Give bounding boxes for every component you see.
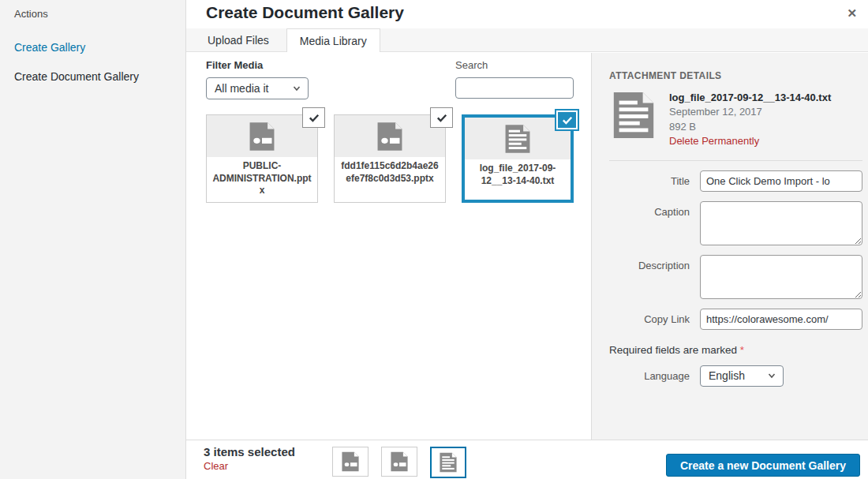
media-item-filename: log_file_2017-09-12__13-14-40.txt <box>465 159 571 192</box>
selected-check-icon[interactable] <box>302 107 325 128</box>
title-field[interactable] <box>700 170 862 192</box>
actions-sidebar: Actions Create Gallery Create Document G… <box>0 0 186 479</box>
presentation-file-icon <box>247 122 277 152</box>
attachment-meta: log_file_2017-09-12__13-14-40.txt Septem… <box>669 91 831 149</box>
text-file-icon <box>609 91 658 140</box>
caption-field[interactable] <box>700 201 862 245</box>
required-asterisk: * <box>740 344 744 356</box>
sidebar-item-create-gallery[interactable]: Create Gallery <box>14 40 144 54</box>
selected-check-icon[interactable] <box>556 110 578 129</box>
selection-count: 3 items selected <box>204 445 295 458</box>
title-label: Title <box>609 170 700 187</box>
caption-row: Caption <box>609 201 862 245</box>
required-fields-note: Required fields are marked * <box>609 344 862 356</box>
text-file-icon <box>438 452 458 473</box>
text-file-icon <box>503 124 533 154</box>
presentation-file-icon <box>340 451 361 472</box>
selected-mini-pptx-2[interactable] <box>381 447 417 477</box>
media-thumb <box>207 115 317 157</box>
caption-label: Caption <box>609 201 700 218</box>
title-row: Title <box>609 170 862 192</box>
sidebar-item-create-document-gallery[interactable]: Create Document Gallery <box>14 69 144 84</box>
selected-mini-txt[interactable] <box>430 447 466 478</box>
media-thumb <box>335 115 445 157</box>
description-row: Description <box>609 255 862 299</box>
selected-mini-pptx-1[interactable] <box>332 447 369 477</box>
description-field[interactable] <box>700 255 862 299</box>
media-library: Filter Media All media it Search <box>186 53 591 440</box>
selected-items-strip <box>332 447 466 478</box>
modal-content: Create Document Gallery ✕ Upload Files M… <box>186 0 868 479</box>
attachment-info: log_file_2017-09-12__13-14-40.txt Septem… <box>609 91 862 149</box>
sidebar-heading: Actions <box>14 8 171 20</box>
attachment-details-heading: ATTACHMENT DETAILS <box>609 70 862 81</box>
library-toolbar: Filter Media All media it Search <box>206 59 574 99</box>
attachment-details-panel: ATTACHMENT DETAILS <box>591 53 868 440</box>
media-item-pptx-1[interactable]: PUBLIC-ADMINISTRATION.pptx <box>206 114 318 203</box>
tab-bar: Upload Files Media Library <box>186 28 868 52</box>
description-label: Description <box>609 255 700 271</box>
attachment-filesize: 892 B <box>669 120 831 134</box>
media-item-filename: PUBLIC-ADMINISTRATION.pptx <box>207 157 317 202</box>
language-select[interactable]: English <box>700 365 784 387</box>
media-thumb <box>465 118 571 159</box>
selected-check-icon[interactable] <box>430 107 453 128</box>
media-modal: Actions Create Gallery Create Document G… <box>0 0 868 479</box>
chevron-down-icon <box>766 370 777 381</box>
media-item-txt[interactable]: log_file_2017-09-12__13-14-40.txt <box>462 114 574 203</box>
search-label: Search <box>455 59 574 71</box>
clear-selection-link[interactable]: Clear <box>204 460 295 472</box>
attachment-date: September 12, 2017 <box>669 105 831 119</box>
filter-media-label: Filter Media <box>206 59 309 71</box>
tab-upload-files[interactable]: Upload Files <box>206 28 271 51</box>
search-group: Search <box>455 59 574 99</box>
search-input[interactable] <box>455 77 574 99</box>
close-icon[interactable]: ✕ <box>840 3 863 24</box>
modal-header: Create Document Gallery ✕ <box>186 0 868 28</box>
media-filter-select[interactable]: All media it <box>206 77 309 99</box>
selection-info: 3 items selected Clear <box>204 445 295 472</box>
language-row: Language English <box>609 365 862 387</box>
filter-group: Filter Media All media it <box>206 59 309 99</box>
tab-media-library[interactable]: Media Library <box>286 28 380 52</box>
create-document-gallery-button[interactable]: Create a new Document Gallery <box>666 454 860 477</box>
chevron-down-icon <box>291 83 302 94</box>
media-filter-value: All media it <box>215 82 268 95</box>
language-label: Language <box>609 365 700 382</box>
copy-link-label: Copy Link <box>609 309 700 325</box>
copy-link-field[interactable] <box>700 309 862 330</box>
media-frame: Filter Media All media it Search <box>186 53 868 440</box>
media-items-grid: PUBLIC-ADMINISTRATION.pptx <box>206 114 574 203</box>
footer-toolbar: 3 items selected Clear <box>186 440 868 479</box>
media-item-filename: fdd1fe115c6d2b4ae26efe7f8c0d3d53.pptx <box>335 157 445 189</box>
presentation-file-icon <box>389 451 410 472</box>
delete-permanently-link[interactable]: Delete Permanently <box>669 134 831 148</box>
divider <box>609 160 862 161</box>
media-item-pptx-2[interactable]: fdd1fe115c6d2b4ae26efe7f8c0d3d53.pptx <box>334 114 446 203</box>
page-title: Create Document Gallery <box>186 0 868 22</box>
copy-link-row: Copy Link <box>609 309 862 330</box>
attachment-thumb <box>609 91 658 149</box>
presentation-file-icon <box>375 122 405 152</box>
attachment-filename: log_file_2017-09-12__13-14-40.txt <box>669 91 831 105</box>
language-value: English <box>709 369 745 382</box>
